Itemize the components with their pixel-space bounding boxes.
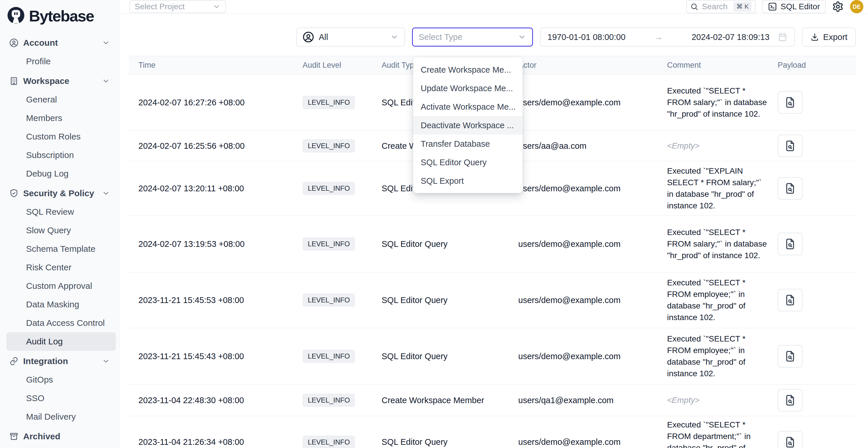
audit-log-page: Bytebase Account Profile Workspace Gener… [0, 0, 868, 448]
sidebar-item-slow-query[interactable]: Slow Query [6, 221, 116, 239]
sidebar-item-data-access-control[interactable]: Data Access Control [6, 314, 116, 332]
cell-actor: users/demo@example.com [518, 352, 667, 361]
sidebar-item-members[interactable]: Members [6, 109, 116, 127]
user-circle-icon [9, 38, 19, 47]
chevron-down-icon [102, 39, 110, 47]
menu-item-sql-export[interactable]: SQL Export [413, 171, 523, 190]
calendar-icon [778, 32, 787, 42]
building-icon [9, 76, 19, 86]
menu-item-update-workspace-member[interactable]: Update Workspace Me... [413, 79, 523, 98]
cell-comment: Executed `"SELECT * FROM salary;"` in da… [667, 85, 778, 120]
sidebar-item-mail-delivery[interactable]: Mail Delivery [6, 408, 116, 426]
gear-icon [832, 1, 844, 12]
table-row: 2024-02-07 13:19:53 +08:00 LEVEL_INFO SQ… [129, 216, 856, 272]
cell-comment: Executed `"SELECT * FROM salary;"` in da… [667, 227, 778, 261]
sidebar-item-profile[interactable]: Profile [6, 52, 116, 71]
sidebar-nav: Account Profile Workspace General Member… [6, 34, 116, 446]
search-shortcut-badge: ⌘ K [733, 2, 752, 11]
cell-comment: Executed `"SELECT * FROM department;"` i… [667, 419, 778, 448]
audit-level-badge: LEVEL_INFO [303, 436, 355, 448]
table-row: 2023-11-21 15:45:43 +08:00 LEVEL_INFO SQ… [129, 328, 856, 385]
cell-comment-empty: <Empty> [667, 394, 778, 406]
sidebar-item-sql-review[interactable]: SQL Review [6, 202, 116, 221]
sidebar-item-archived[interactable]: Archived [6, 427, 116, 446]
payload-view-button[interactable] [778, 177, 803, 200]
export-button[interactable]: Export [802, 28, 856, 46]
topbar: Select Project Search ⌘ K SQL Editor DE [120, 0, 868, 13]
archive-icon [9, 432, 19, 441]
menu-item-activate-workspace-member[interactable]: Activate Workspace Me... [413, 98, 523, 116]
cell-comment: Executed `"EXPLAIN SELECT * FROM salary;… [667, 165, 778, 212]
type-filter-menu: Create Workspace Me... Update Workspace … [413, 58, 523, 193]
sidebar-item-gitops[interactable]: GitOps [6, 371, 116, 389]
brand-name: Bytebase [29, 7, 94, 25]
sidebar-item-risk-center[interactable]: Risk Center [6, 258, 116, 277]
cell-time: 2024-02-07 13:19:53 +08:00 [138, 239, 303, 249]
audit-level-badge: LEVEL_INFO [303, 293, 355, 307]
sql-editor-button[interactable]: SQL Editor [762, 0, 826, 13]
cell-actor: users/qa1@example.com [518, 395, 667, 405]
settings-button[interactable] [832, 1, 844, 12]
sidebar-item-general[interactable]: General [6, 90, 116, 109]
sidebar-group-label: Workspace [23, 76, 97, 86]
file-search-icon [784, 394, 796, 406]
menu-item-sql-editor-query[interactable]: SQL Editor Query [413, 153, 523, 171]
date-range-picker[interactable]: 1970-01-01 08:00:00 → 2024-02-07 18:09:1… [540, 28, 795, 46]
audit-level-badge: LEVEL_INFO [303, 237, 355, 251]
payload-view-button[interactable] [778, 289, 803, 311]
search-icon [690, 3, 698, 11]
search-input[interactable]: Search ⌘ K [686, 0, 756, 13]
cell-actor: users/demo@example.com [518, 239, 667, 249]
menu-item-create-workspace-member[interactable]: Create Workspace Me... [413, 61, 523, 79]
sidebar-item-custom-roles[interactable]: Custom Roles [6, 127, 116, 146]
table-row: 2023-11-04 21:26:34 +08:00 LEVEL_INFO SQ… [129, 416, 856, 448]
payload-view-button[interactable] [778, 135, 803, 157]
type-filter-dropdown[interactable]: Select Type [412, 28, 533, 46]
sidebar-item-debug-log[interactable]: Debug Log [6, 164, 116, 183]
file-search-icon [784, 437, 796, 448]
file-search-icon [784, 350, 796, 362]
audit-level-badge: LEVEL_INFO [303, 182, 355, 195]
sidebar-group-label: Security & Policy [23, 188, 97, 198]
file-search-icon [784, 238, 796, 250]
audit-level-badge: LEVEL_INFO [303, 350, 355, 363]
sidebar-item-custom-approval[interactable]: Custom Approval [6, 277, 116, 295]
sidebar-item-subscription[interactable]: Subscription [6, 146, 116, 164]
cell-time: 2023-11-04 22:48:30 +08:00 [138, 395, 303, 405]
payload-view-button[interactable] [778, 233, 803, 255]
sidebar-item-data-masking[interactable]: Data Masking [6, 295, 116, 314]
cell-time: 2023-11-21 15:45:43 +08:00 [138, 352, 303, 361]
cell-audit-type: SQL Editor Query [381, 352, 518, 361]
avatar[interactable]: DE [850, 0, 863, 13]
cell-audit-type: SQL Editor Query [381, 437, 518, 447]
sidebar-item-sso[interactable]: SSO [6, 389, 116, 408]
menu-item-deactivate-workspace-member[interactable]: Deactivate Workspace ... [413, 116, 523, 135]
sidebar-item-schema-template[interactable]: Schema Template [6, 239, 116, 258]
actor-filter-dropdown[interactable]: All [296, 28, 405, 46]
bytebase-logo[interactable]: Bytebase [6, 5, 116, 32]
search-placeholder: Search [702, 2, 730, 11]
payload-view-button[interactable] [778, 431, 803, 448]
sidebar-item-audit-log[interactable]: Audit Log [6, 332, 116, 351]
payload-view-button[interactable] [778, 91, 803, 114]
sidebar-group-security-policy[interactable]: Security & Policy [6, 184, 116, 202]
select-project-dropdown[interactable]: Select Project [129, 0, 226, 13]
audit-level-badge: LEVEL_INFO [303, 139, 355, 153]
date-end-value: 2024-02-07 18:09:13 [692, 32, 770, 42]
chevron-down-icon [102, 77, 110, 85]
cell-actor: users/aa@aa.com [518, 141, 667, 151]
sidebar-group-account[interactable]: Account [6, 34, 116, 52]
cell-actor: users/demo@example.com [518, 98, 667, 107]
table-row: 2023-11-04 22:48:30 +08:00 LEVEL_INFO Cr… [129, 385, 856, 416]
cell-time: 2024-02-07 13:20:11 +08:00 [138, 184, 303, 193]
link-icon [9, 357, 19, 366]
menu-item-transfer-database[interactable]: Transfer Database [413, 135, 523, 153]
payload-view-button[interactable] [778, 389, 803, 412]
sidebar-group-workspace[interactable]: Workspace [6, 72, 116, 90]
chevron-down-icon [213, 3, 221, 11]
sidebar-group-integration[interactable]: Integration [6, 352, 116, 371]
payload-view-button[interactable] [778, 345, 803, 367]
cell-actor: users/demo@example.com [518, 184, 667, 193]
chevron-down-icon [102, 357, 110, 365]
cell-comment-empty: <Empty> [667, 140, 778, 152]
